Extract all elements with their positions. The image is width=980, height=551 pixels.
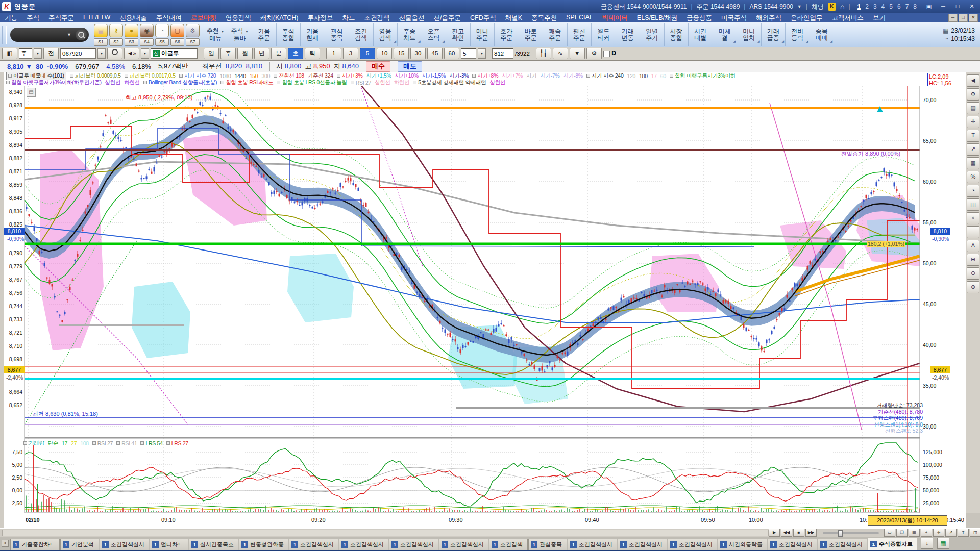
sell-button[interactable]: 매도 xyxy=(398,61,422,72)
side-tool-icon-3[interactable]: ✛ xyxy=(967,116,979,128)
interval-combo[interactable]: 5 xyxy=(461,48,476,59)
toolbar-button-키움주문[interactable]: 키움주문 xyxy=(252,23,277,46)
home-icon[interactable]: ⌂ xyxy=(840,3,844,11)
screen-3[interactable]: 3 xyxy=(873,3,877,10)
menu-item-해외주식[interactable]: 해외주식 xyxy=(751,14,786,22)
rewind-button[interactable]: ◀◀ xyxy=(781,529,792,537)
kakao-chat-icon[interactable]: K xyxy=(828,3,836,11)
screen-2[interactable]: 2 xyxy=(865,3,869,10)
task-tab-기업분석[interactable]: 1기업분석 xyxy=(60,539,99,550)
toolbar-button-미니주문[interactable]: 미니주문 xyxy=(471,23,495,46)
task-tab-조건검색실시[interactable]: 1조건검색실시 xyxy=(439,539,488,550)
screen-7[interactable]: 7 xyxy=(905,3,909,10)
toolbar-button-종목매매[interactable]: 종목매매◢ xyxy=(810,23,835,46)
screen-button-S4[interactable]: S4 xyxy=(140,38,154,46)
side-tool-icon-2[interactable]: ▤ xyxy=(967,102,979,114)
camera-icon[interactable]: ◉ xyxy=(140,24,154,37)
task-tab-주식종합차트[interactable]: 1주식종합차트 xyxy=(868,538,917,550)
period-일[interactable]: 일 xyxy=(204,48,219,59)
menu-item-조건검색[interactable]: 조건검색 xyxy=(360,14,395,22)
menu-item-캐치(KATCH)[interactable]: 캐치(KATCH) xyxy=(256,14,303,22)
menu-item-종목추천[interactable]: 종목추천 xyxy=(527,14,561,22)
screen-5[interactable]: 5 xyxy=(889,3,893,10)
side-tool-icon-11[interactable]: ≡ xyxy=(967,226,979,238)
volume-profile-toggle-icon[interactable]: ▤ xyxy=(27,88,36,97)
chart-tool-icon-4[interactable]: ✛ xyxy=(933,529,944,537)
menu-item-선/옵주문[interactable]: 선/옵주문 xyxy=(429,14,465,22)
menu-item-선물옵션[interactable]: 선물옵션 xyxy=(395,14,429,22)
period-틱[interactable]: 틱 xyxy=(305,48,320,59)
screen-switcher[interactable]: 12345678 xyxy=(857,3,917,10)
sound-dropdown-arrow[interactable]: ▼ xyxy=(141,48,149,59)
menu-item-기능[interactable]: 기능 xyxy=(0,14,22,22)
prev-button[interactable]: 전 xyxy=(43,48,59,59)
period-주[interactable]: 주 xyxy=(220,48,236,59)
menu-item-미국주식[interactable]: 미국주식 xyxy=(717,14,751,22)
task-tab-조건검색실시[interactable]: 1조건검색실시 xyxy=(289,539,338,550)
screen-4[interactable]: 4 xyxy=(881,3,885,10)
lock-icon[interactable]: ● xyxy=(125,24,138,37)
clock-icon[interactable]: ◔ xyxy=(155,24,169,37)
task-tab-조건검색실시[interactable]: 1조건검색실시 xyxy=(339,539,388,550)
screen-button-S1[interactable]: S1 xyxy=(94,38,108,46)
menu-item-SPECIAL[interactable]: SPECIAL xyxy=(561,14,598,22)
task-tab-관심종목[interactable]: 1관심종목 xyxy=(528,539,567,550)
side-tool-icon-7[interactable]: % xyxy=(967,171,979,183)
task-tab-조건검색실시[interactable]: 1조건검색실시 xyxy=(768,539,817,550)
toolbar-button-관심종목[interactable]: 관심종목 xyxy=(325,23,350,46)
chart-plot[interactable] xyxy=(4,86,966,513)
line-style-icon[interactable]: ∿ xyxy=(553,48,568,59)
search-icon[interactable] xyxy=(76,29,87,40)
toolbar-button-주식툴바[interactable]: 주식 ▼툴바 xyxy=(228,23,253,46)
period-월[interactable]: 월 xyxy=(237,48,253,59)
screen-8[interactable]: 8 xyxy=(913,3,917,10)
screen-button-S6[interactable]: S6 xyxy=(170,38,184,46)
multi-monitor-icon[interactable]: ▣ xyxy=(924,2,934,11)
interval-3[interactable]: 3 xyxy=(343,48,358,59)
menu-item-차트[interactable]: 차트 xyxy=(338,14,360,22)
menu-item-신용/대출[interactable]: 신용/대출 xyxy=(115,14,151,22)
task-tab-멀티차트[interactable]: 1멀티차트 xyxy=(150,539,188,550)
download-icon[interactable]: ↓ xyxy=(921,538,933,549)
menu-item-보기[interactable]: 보기 xyxy=(868,14,890,22)
bar-position-input[interactable]: 812 xyxy=(492,48,513,59)
monitor-icon[interactable]: ▢ xyxy=(170,24,184,37)
period-년[interactable]: 년 xyxy=(254,48,270,59)
task-tab-조건검색실시[interactable]: 1조건검색실시 xyxy=(668,539,717,550)
toolbar-button-월드티커[interactable]: 월드티커 xyxy=(592,23,616,46)
screen-button-S3[interactable]: S3 xyxy=(125,38,138,46)
side-tool-icon-5[interactable]: ↗ xyxy=(967,143,979,156)
ars-dropdown-icon[interactable]: ▼ xyxy=(797,4,802,9)
toolbar-button-호가주문[interactable]: 호가주문 xyxy=(495,23,519,46)
d-checkbox[interactable]: D xyxy=(603,49,616,57)
interval-combo-arrow[interactable]: ▼ xyxy=(478,48,486,59)
toolbar-button-전비등락[interactable]: 전비등락◢ xyxy=(786,23,810,46)
interval-1[interactable]: 1 xyxy=(326,48,341,59)
buy-button[interactable]: 매수 xyxy=(366,61,390,72)
menu-item-빅데이터[interactable]: 빅데이터 xyxy=(598,14,632,22)
task-tab-조건검색실시[interactable]: 1조건검색실시 xyxy=(618,539,667,550)
chart-tool-icon-7[interactable]: ◫ xyxy=(970,529,980,537)
task-tab-조건검색실시[interactable]: 1조건검색실시 xyxy=(389,539,438,550)
chart-tool-icon-3[interactable]: ⌖ xyxy=(921,529,932,537)
menu-item-로보마켓[interactable]: 로보마켓 xyxy=(186,14,221,22)
screen-button-S2[interactable]: S2 xyxy=(109,38,123,46)
interval-30[interactable]: 30 xyxy=(410,48,426,59)
toolbar-button-바로주문[interactable]: 바로주문 xyxy=(519,23,544,46)
screen-1[interactable]: 1 xyxy=(857,3,861,10)
fast-forward-button[interactable]: ▶▶ xyxy=(805,529,817,537)
sound-icon[interactable]: ◄» xyxy=(124,48,139,59)
toolbar-button-키움현재[interactable]: 키움현재 xyxy=(301,23,325,46)
toolbar-button-시간대별[interactable]: 시간대별 xyxy=(689,23,713,46)
side-tool-icon-12[interactable]: A xyxy=(967,240,979,252)
toolbar-button-잔고확인[interactable]: 잔고확인 xyxy=(446,23,471,46)
period-초[interactable]: 초 xyxy=(288,48,303,59)
toolbar-button-쾌속주문[interactable]: 쾌속주문 xyxy=(543,23,568,46)
interval-45[interactable]: 45 xyxy=(427,48,443,59)
menu-item-CFD주식[interactable]: CFD주식 xyxy=(465,14,501,22)
chat-label[interactable]: 채팅 xyxy=(812,3,824,11)
global-search-input[interactable]: ▼ xyxy=(10,28,89,42)
gear-icon[interactable]: ⚙ xyxy=(186,24,200,37)
toolbar-button-주식종합[interactable]: 주식종합 xyxy=(277,23,301,46)
interval-60[interactable]: 60 xyxy=(444,48,459,59)
